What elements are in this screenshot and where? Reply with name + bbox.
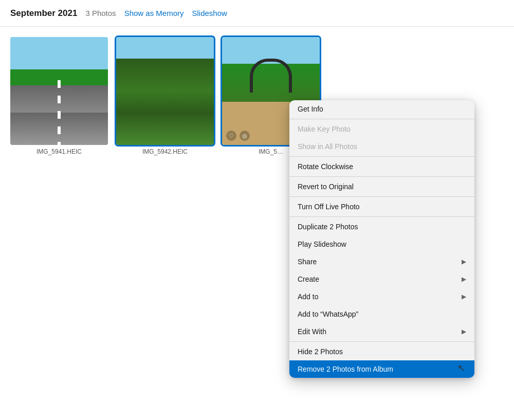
submenu-arrow-create: ▶ bbox=[462, 276, 466, 283]
photo-item-1[interactable]: IMG_5941.HEIC bbox=[10, 37, 108, 155]
menu-item-make-key-photo: Make Key Photo bbox=[289, 120, 474, 138]
menu-item-edit-with[interactable]: Edit With ▶ bbox=[289, 323, 474, 340]
menu-item-get-info[interactable]: Get Info bbox=[289, 100, 474, 118]
live-photo-icon: ◎ bbox=[240, 131, 250, 141]
menu-item-play-slideshow[interactable]: Play Slideshow bbox=[289, 235, 474, 253]
menu-item-create[interactable]: Create ▶ bbox=[289, 270, 474, 288]
photo-thumb-wrap-2[interactable] bbox=[116, 37, 214, 145]
menu-separator-3 bbox=[289, 176, 474, 177]
menu-item-duplicate-2-photos[interactable]: Duplicate 2 Photos bbox=[289, 218, 474, 235]
menu-separator-5 bbox=[289, 216, 474, 217]
submenu-arrow-share: ▶ bbox=[462, 258, 466, 265]
context-menu: Get Info Make Key Photo Show in All Phot… bbox=[289, 100, 474, 378]
show-as-memory-link[interactable]: Show as Memory bbox=[124, 9, 184, 17]
menu-item-turn-off-live-photo[interactable]: Turn Off Live Photo bbox=[289, 198, 474, 215]
header-title: September 2021 bbox=[10, 8, 77, 19]
photo-item-2[interactable]: IMG_5942.HEIC bbox=[116, 37, 214, 155]
photo-label-2: IMG_5942.HEIC bbox=[142, 148, 188, 155]
menu-item-share[interactable]: Share ▶ bbox=[289, 253, 474, 270]
menu-item-add-to[interactable]: Add to ▶ bbox=[289, 288, 474, 305]
photo-thumbnail-2[interactable] bbox=[116, 37, 214, 145]
slideshow-link[interactable]: Slideshow bbox=[192, 9, 227, 17]
cursor-icon: ↖ bbox=[457, 362, 465, 374]
menu-item-show-in-all-photos: Show in All Photos bbox=[289, 138, 474, 155]
menu-separator-2 bbox=[289, 156, 474, 157]
menu-item-hide-2-photos[interactable]: Hide 2 Photos bbox=[289, 343, 474, 360]
photo-thumbnail-1[interactable] bbox=[10, 37, 108, 145]
menu-separator-4 bbox=[289, 196, 474, 197]
menu-separator-1 bbox=[289, 119, 474, 119]
photo-label-1: IMG_5941.HEIC bbox=[36, 148, 82, 155]
menu-item-rotate-clockwise[interactable]: Rotate Clockwise bbox=[289, 158, 474, 175]
photo-thumb-wrap-1[interactable] bbox=[10, 37, 108, 145]
submenu-arrow-edit-with: ▶ bbox=[462, 328, 466, 335]
photos-header: September 2021 3 Photos Show as Memory S… bbox=[0, 0, 514, 27]
photo-label-3: IMG_5… bbox=[259, 148, 283, 155]
menu-item-add-to-whatsapp[interactable]: Add to “WhatsApp” bbox=[289, 305, 474, 323]
heart-icon: ♡ bbox=[226, 131, 236, 141]
photo-arch-overlays: ♡ ◎ bbox=[226, 131, 250, 141]
menu-item-revert-to-original[interactable]: Revert to Original bbox=[289, 178, 474, 195]
menu-item-remove-2-photos[interactable]: Remove 2 Photos from Album ↖ bbox=[289, 360, 474, 378]
submenu-arrow-add-to: ▶ bbox=[462, 293, 466, 300]
header-count: 3 Photos bbox=[85, 9, 116, 17]
menu-separator-6 bbox=[289, 341, 474, 342]
